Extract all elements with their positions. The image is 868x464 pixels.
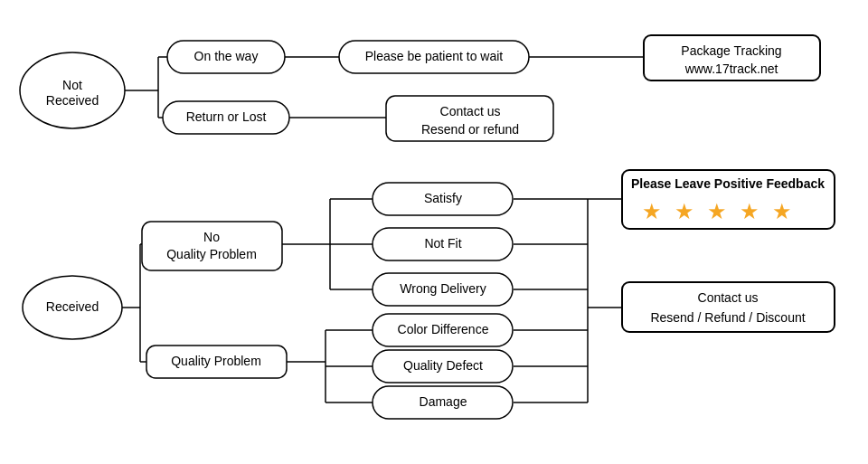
no-quality-label1: No	[203, 230, 220, 244]
patient-wait-label: Please be patient to wait	[365, 49, 504, 63]
wrong-delivery-label: Wrong Delivery	[400, 281, 486, 296]
color-diff-label: Color Difference	[398, 322, 489, 336]
package-tracking-label2: www.17track.net	[684, 62, 778, 76]
quality-problem-label: Quality Problem	[171, 354, 261, 368]
star2: ★	[675, 199, 694, 223]
satisfy-label: Satisfy	[424, 191, 462, 205]
not-fit-label: Not Fit	[424, 236, 461, 251]
positive-feedback-label: Please Leave Positive Feedback	[631, 176, 825, 191]
star1: ★	[642, 199, 662, 223]
damage-label: Damage	[420, 394, 467, 409]
package-tracking-label1: Package Tracking	[681, 43, 781, 58]
quality-defect-label: Quality Defect	[403, 358, 483, 373]
not-received-label: Not	[62, 78, 82, 92]
star3: ★	[707, 199, 727, 223]
not-received-label2: Received	[46, 93, 99, 108]
return-lost-label: Return or Lost	[186, 109, 267, 124]
contact-resend-label2: Resend or refund	[421, 122, 519, 137]
no-quality-label2: Quality Problem	[166, 247, 257, 261]
contact-refund-label1: Contact us	[698, 290, 759, 305]
contact-resend-label1: Contact us	[440, 104, 501, 118]
received-label: Received	[46, 299, 99, 314]
diagram-svg: Not Received On the way Return or Lost P…	[0, 0, 868, 464]
on-the-way-label: On the way	[194, 49, 259, 63]
contact-refund-label2: Resend / Refund / Discount	[650, 310, 805, 325]
star5: ★	[772, 199, 792, 223]
star4: ★	[740, 199, 760, 223]
